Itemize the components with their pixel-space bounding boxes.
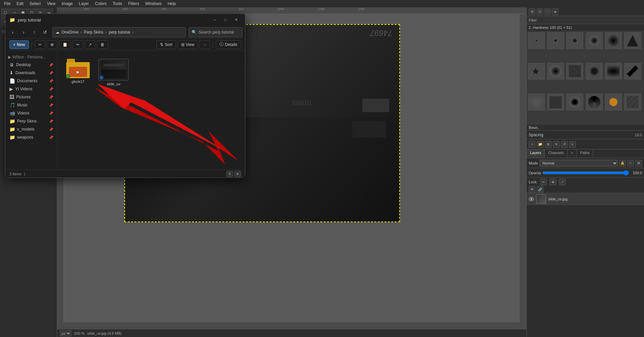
opacity-slider[interactable] [542, 171, 629, 175]
view-icon-2[interactable]: ⊡ [536, 8, 543, 15]
minimize-button[interactable]: ─ [210, 16, 219, 23]
more-button[interactable]: ··· [199, 40, 210, 49]
forward-button[interactable]: › [19, 28, 28, 37]
up-button[interactable]: ↑ [30, 28, 39, 37]
brush-cell-13[interactable] [528, 94, 545, 110]
sort-icon: ⇅ [160, 42, 163, 47]
tab-paths[interactable]: Paths [577, 149, 593, 158]
brush-cell-10[interactable] [586, 63, 603, 80]
brush-cell-7[interactable]: ★ [528, 63, 545, 80]
menu-edit[interactable]: Edit [14, 1, 26, 7]
new-button[interactable]: + New [9, 40, 29, 49]
brush-cell-12[interactable] [624, 63, 641, 80]
brush-delete[interactable]: ✕ [553, 141, 560, 148]
mode-merge-icon[interactable]: ⊠ [635, 160, 642, 166]
tab-layers[interactable]: Layers [527, 149, 545, 158]
paste-button[interactable]: 📋 [59, 40, 71, 49]
brush-cell-1[interactable] [528, 32, 545, 49]
address-bar[interactable]: ☁ OneDrive › Perp Skins › perp tutorial … [52, 27, 186, 37]
sidebar-item-videos[interactable]: 📹 Videos 📌 [5, 109, 57, 117]
layer-visibility-eye[interactable]: 👁 [529, 186, 535, 193]
brush-cell-18[interactable] [624, 94, 641, 110]
brush-cell-5[interactable] [605, 32, 622, 49]
brush-new[interactable]: + [529, 141, 535, 148]
menu-select[interactable]: Select [27, 1, 43, 7]
file-item-slideuv[interactable]: ✓ slide_uv [98, 56, 129, 89]
mode-lock-icon[interactable]: 🔒 [619, 160, 626, 166]
sidebar-item-weapons[interactable]: 📁 weapons 📌 [5, 133, 57, 141]
layer-row-0[interactable]: slide_uv.jpg [527, 193, 644, 205]
details-button[interactable]: ⓘ Details [216, 40, 241, 49]
brush-cell-6[interactable] [624, 32, 641, 49]
view-button[interactable]: ⊞ View [177, 40, 198, 49]
share-button[interactable]: ↗ [85, 40, 95, 49]
sidebar-item-downloads[interactable]: ⬇ Downloads 📌 [5, 69, 57, 77]
copy-button[interactable]: ⊕ [47, 40, 57, 49]
tab-channels[interactable]: Channels [545, 149, 567, 158]
address-onedrive[interactable]: OneDrive [62, 30, 79, 35]
mode-add-icon[interactable]: + [627, 160, 634, 166]
menu-image[interactable]: Image [59, 1, 75, 7]
brush-cell-15[interactable] [566, 94, 583, 110]
lock-pixel-icon[interactable]: ✏ [540, 179, 547, 185]
lock-alpha-icon[interactable]: ⍻ [559, 179, 566, 185]
view-icon-3[interactable]: ⬛ [544, 8, 551, 15]
layer-chain-icon[interactable]: 🔗 [537, 186, 544, 193]
sidebar-item-ytvideos[interactable]: ▶ Yt Videos 📌 [5, 85, 57, 93]
delete-button[interactable]: 🗑 [97, 40, 108, 49]
menu-colors[interactable]: Colors [92, 1, 110, 7]
back-button[interactable]: ‹ [8, 28, 17, 37]
brush-cell-17[interactable] [605, 94, 622, 110]
brush-cell-8[interactable] [547, 63, 564, 80]
layer-eye-icon[interactable] [529, 196, 534, 202]
explorer-main[interactable]: ▶ ✓ glock17 [57, 51, 245, 170]
zoom-unit-select[interactable]: px [60, 330, 71, 336]
brush-copy[interactable]: ⊕ [545, 141, 552, 148]
brush-cell-11[interactable] [605, 63, 622, 80]
view-toggle-list[interactable]: ☰ [226, 171, 233, 177]
view-icon-1[interactable]: ⊞ [529, 8, 535, 15]
menu-windows[interactable]: Windows [143, 1, 164, 7]
brush-folder[interactable]: 📁 [537, 141, 544, 148]
sidebar-header[interactable]: ▶ Wilbur - Persona... [5, 53, 57, 61]
sidebar-item-perpskins[interactable]: 📁 Perp Skins 📌 [5, 117, 57, 125]
filter-label: Filter [529, 18, 537, 22]
address-perp-skins[interactable]: Perp Skins [84, 30, 104, 35]
menu-file[interactable]: File [1, 1, 13, 7]
menu-help[interactable]: Help [165, 1, 179, 7]
menu-view[interactable]: View [44, 1, 58, 7]
sort-button[interactable]: ⇅ Sort [156, 40, 176, 49]
view-icon-4[interactable]: ◈ [552, 8, 559, 15]
address-perp-tutorial[interactable]: perp tutorial [109, 30, 130, 35]
explorer-statusbar: 2 items | ☰ ⊞ [5, 170, 245, 178]
brush-cell-9[interactable] [566, 63, 583, 80]
brush-more[interactable]: ≡ [569, 141, 576, 148]
sidebar-item-music[interactable]: 🎵 Music 📌 [5, 101, 57, 109]
view-toggle-grid[interactable]: ⊞ [234, 171, 241, 177]
file-item-glock17[interactable]: ▶ ✓ glock17 [63, 56, 93, 86]
search-box[interactable]: 🔍 Search perp tutorial [189, 27, 242, 37]
close-button[interactable]: ✕ [232, 16, 241, 23]
brush-cell-3[interactable] [566, 32, 583, 49]
sidebar-item-desktop[interactable]: 🖥 Desktop 📌 [5, 61, 57, 69]
sidebar-item-pictures[interactable]: 🖼 Pictures 📌 [5, 93, 57, 101]
cut-button[interactable]: ✂ [35, 40, 45, 49]
brush-cell-2[interactable] [547, 32, 564, 49]
new-icon: + [13, 42, 15, 47]
menu-tools[interactable]: Tools [110, 1, 125, 7]
pin-icon-documents: 📌 [49, 79, 53, 83]
sidebar-item-vmodels[interactable]: 📁 v_models 📌 [5, 125, 57, 133]
brush-cell-16[interactable] [586, 94, 603, 110]
maximize-button[interactable]: □ [221, 16, 230, 23]
brush-refresh[interactable]: ↺ [561, 141, 568, 148]
refresh-button[interactable]: ↺ [40, 28, 50, 37]
sidebar-item-documents[interactable]: 📄 Documents 📌 [5, 77, 57, 85]
menu-layer[interactable]: Layer [76, 1, 92, 7]
rename-button[interactable]: ✏ [73, 40, 83, 49]
menu-filters[interactable]: Filters [125, 1, 142, 7]
brush-cell-14[interactable] [547, 94, 564, 110]
brush-cell-4[interactable] [586, 32, 603, 49]
mode-select[interactable]: Normal [539, 160, 618, 166]
lock-move-icon[interactable]: ✥ [550, 179, 556, 185]
opacity-value: 100.0 [630, 171, 642, 175]
